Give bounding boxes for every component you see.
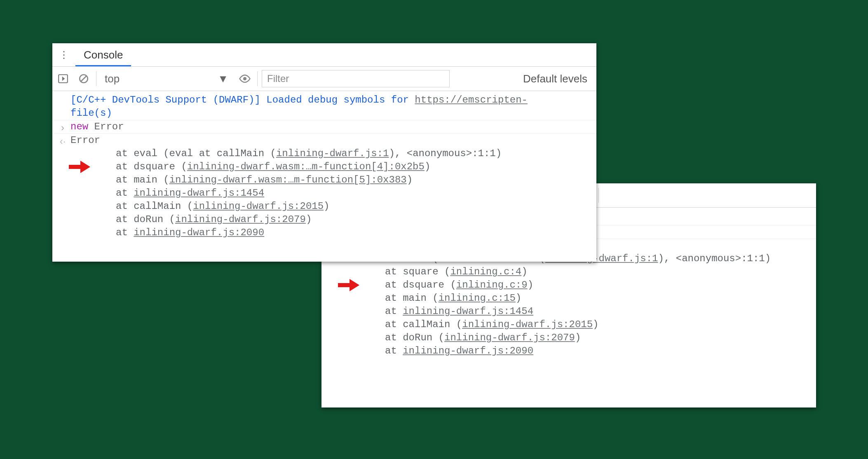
stack-trace: at eval (eval at callMain (inlining-dwar…	[340, 252, 810, 358]
tab-console[interactable]: Console	[75, 43, 131, 66]
result-icon: ‹·	[58, 135, 67, 148]
source-link[interactable]: inlining-dwarf.js:2079	[175, 214, 306, 225]
stack-frame: at doRun (inlining-dwarf.js:2079)	[116, 213, 591, 226]
console-body: [C/C++ DevTools Support (DWARF)] Loaded …	[52, 91, 596, 239]
stack-frame: at inlining-dwarf.js:2090	[116, 226, 591, 239]
context-label: top	[105, 73, 120, 85]
stack-trace: at eval (eval at callMain (inlining-dwar…	[70, 147, 591, 239]
source-link[interactable]: inlining-dwarf.js:1454	[403, 306, 533, 317]
devtools-console-panel-before: ⋮ Console top ▼ Filter Default levels [C…	[52, 43, 596, 262]
stack-frame: at main (inlining.c:15)	[385, 292, 810, 305]
stack-frame: at doRun (inlining-dwarf.js:2079)	[385, 331, 810, 344]
stack-frame: at square (inlining.c:4)	[385, 265, 810, 279]
filter-input[interactable]: Filter	[262, 70, 450, 87]
console-toolbar: top ▼ Filter Default levels	[52, 67, 596, 91]
source-link[interactable]: inlining.c:9	[456, 279, 528, 290]
source-link[interactable]: inlining-dwarf.js:2079	[444, 332, 575, 343]
stack-frame: at inlining-dwarf.js:1454	[116, 187, 591, 200]
toolbar-separator	[598, 188, 599, 203]
context-selector[interactable]: top ▼	[101, 73, 232, 85]
source-link[interactable]: inlining-dwarf.js:1454	[134, 187, 264, 199]
console-output-row: ‹· Error at eval (eval at callMain (inli…	[52, 134, 596, 239]
console-input-row[interactable]: › new Error	[52, 120, 596, 134]
stack-frame: at dsquare (inlining-dwarf.wasm:…m-funct…	[116, 160, 591, 173]
stack-frame: at inlining-dwarf.js:1454	[385, 305, 810, 318]
source-link[interactable]: inlining-dwarf.wasm:…m-function[5]:0x383	[169, 174, 407, 185]
live-expression-icon[interactable]	[237, 70, 253, 87]
stack-frame: at inlining-dwarf.js:2090	[385, 344, 810, 358]
source-link[interactable]: inlining-dwarf.js:1	[276, 148, 389, 159]
source-link[interactable]: https://emscripten-	[415, 94, 528, 105]
stack-frame: at eval (eval at callMain (inlining-dwar…	[116, 147, 591, 160]
stack-frame: at callMain (inlining-dwarf.js:2015)	[116, 200, 591, 213]
svg-point-3	[243, 77, 246, 80]
source-link[interactable]: inlining-dwarf.wasm:…m-function[4]:0x2b5	[187, 161, 425, 172]
source-link[interactable]: inlining.c:15	[439, 293, 516, 304]
more-menu-icon[interactable]: ⋮	[52, 50, 75, 60]
stack-frame: at main (inlining-dwarf.wasm:…m-function…	[116, 173, 591, 187]
chevron-down-icon: ▼	[218, 73, 228, 85]
source-link[interactable]: inlining-dwarf.js:2015	[462, 319, 593, 330]
source-link[interactable]: inlining-dwarf.js:2015	[193, 201, 324, 212]
source-link[interactable]: inlining-dwarf.js:2090	[134, 227, 264, 238]
log-levels-label: Default levels	[523, 73, 587, 85]
stack-frame: at callMain (inlining-dwarf.js:2015)	[385, 318, 810, 331]
source-link[interactable]: inlining.c:4	[450, 266, 521, 277]
source-link[interactable]: inlining-dwarf.js:2090	[403, 345, 533, 356]
prompt-icon: ›	[58, 121, 67, 134]
tab-bar: ⋮ Console	[52, 43, 596, 67]
toggle-sidebar-icon[interactable]	[55, 70, 71, 87]
stack-frame: at dsquare (inlining.c:9)	[385, 279, 810, 292]
info-message: [C/C++ DevTools Support (DWARF)] Loaded …	[52, 94, 596, 120]
toolbar-separator	[257, 71, 258, 86]
clear-console-icon[interactable]	[75, 70, 92, 87]
log-levels-dropdown[interactable]: Default levels	[523, 73, 594, 85]
svg-line-2	[81, 76, 87, 82]
filter-placeholder: Filter	[267, 73, 289, 84]
toolbar-separator	[96, 71, 96, 86]
